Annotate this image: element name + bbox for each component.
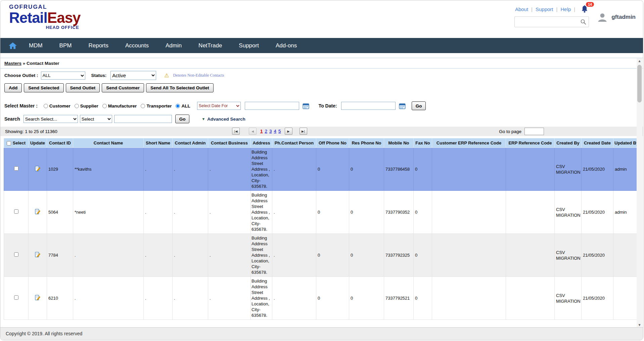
contact-row[interactable]: 1029**kaviths...Building Address Street … <box>4 148 637 191</box>
search-condition-select[interactable]: Select <box>80 115 112 123</box>
radio-supplier[interactable]: Supplier <box>75 103 98 109</box>
select-all-checkbox[interactable] <box>7 141 11 145</box>
calendar-icon[interactable] <box>303 103 309 109</box>
edit-icon[interactable] <box>35 254 41 259</box>
global-search-input[interactable] <box>517 19 580 25</box>
date-go-button[interactable]: Go <box>412 101 426 110</box>
breadcrumb-separator: » <box>23 61 26 66</box>
page-link-5[interactable]: 5 <box>278 129 281 134</box>
pagination: |◀ ◀ 12345 ▶ ▶| <box>232 128 307 135</box>
header-link-about[interactable]: About <box>515 6 528 12</box>
radio-input-customer[interactable] <box>44 104 48 108</box>
cell-customer-erp-reference-code <box>432 148 506 191</box>
col-header-customer-erp-reference-code: Customer ERP Reference Code <box>432 138 506 148</box>
page-title: Contact Master <box>27 61 59 66</box>
row-select-cell <box>4 277 29 320</box>
row-select-checkbox[interactable] <box>14 295 18 300</box>
breadcrumb-parent-link[interactable]: Masters <box>4 61 21 66</box>
row-select-checkbox[interactable] <box>14 166 18 171</box>
radio-transporter[interactable]: Transporter <box>141 103 172 109</box>
vertical-scrollbar[interactable]: ▲ ▼ <box>637 58 642 328</box>
first-page-button[interactable]: |◀ <box>232 128 240 135</box>
select-date-for-select[interactable]: Select Date For <box>197 102 241 110</box>
edit-icon[interactable] <box>35 211 41 216</box>
edit-icon[interactable] <box>35 297 41 302</box>
cell-mobile-no: 7337792521 <box>384 277 414 320</box>
row-select-cell <box>4 148 29 191</box>
goto-page-input[interactable] <box>524 128 544 135</box>
nav-item-accounts[interactable]: Accounts <box>117 38 157 53</box>
notification-bell-icon[interactable]: 14 <box>581 5 589 13</box>
link-separator: | <box>531 6 533 12</box>
goto-page-label: Go to page <box>499 129 521 134</box>
search-go-button[interactable]: Go <box>175 115 190 123</box>
calendar-icon[interactable] <box>399 103 406 109</box>
radio-all[interactable]: ALL <box>176 103 190 109</box>
choose-outlet-select[interactable]: ALL <box>41 72 85 80</box>
cell-contact-id: 1029 <box>47 148 73 191</box>
search-icon[interactable] <box>580 19 586 25</box>
send-all-to-selected-outlet-button[interactable]: Send All To Selected Outlet <box>146 83 214 92</box>
user-menu[interactable]: gftadmin <box>596 11 636 23</box>
send-selected-button[interactable]: Send Selected <box>24 83 63 92</box>
radio-label: ALL <box>181 103 190 109</box>
scroll-up-icon[interactable]: ▲ <box>637 58 642 64</box>
home-icon[interactable] <box>5 38 20 53</box>
status-select[interactable]: Active <box>110 71 156 80</box>
showing-count-label: Showing: 1 to 25 of 11360 <box>5 129 57 134</box>
radio-input-manufacturer[interactable] <box>102 104 107 108</box>
radio-customer[interactable]: Customer <box>44 103 71 109</box>
cell-updated-by <box>613 277 637 320</box>
header-link-support[interactable]: Support <box>536 6 553 12</box>
radio-manufacturer[interactable]: Manufacturer <box>102 103 137 109</box>
header-link-help[interactable]: Help <box>560 6 571 12</box>
row-select-checkbox[interactable] <box>14 209 18 214</box>
send-outlet-button[interactable]: Send Outlet <box>66 83 100 92</box>
cell-mobile-no: 7337786458 <box>384 148 414 191</box>
breadcrumb: Masters » Contact Master <box>0 58 643 69</box>
nav-item-mdm[interactable]: MDM <box>20 38 51 53</box>
search-value-input[interactable] <box>114 115 172 123</box>
app-header: GOFRUGAL RetailEasy HEAD OFFICE About|Su… <box>0 0 643 38</box>
advanced-search-toggle[interactable]: ▼ Advanced Search <box>201 117 245 122</box>
nav-item-reports[interactable]: Reports <box>80 38 117 53</box>
nav-item-admin[interactable]: Admin <box>157 38 190 53</box>
contact-row[interactable]: 5064*neeti...Building Address Street Add… <box>4 191 637 234</box>
send-customer-button[interactable]: Send Customer <box>102 83 144 92</box>
page-link-4[interactable]: 4 <box>274 129 277 134</box>
warning-icon: ⚠ <box>164 73 169 78</box>
edit-icon[interactable] <box>35 168 41 173</box>
page-link-1[interactable]: 1 <box>260 129 263 134</box>
scrollbar-thumb[interactable] <box>637 65 642 102</box>
cell-contact-admin: . <box>173 234 208 277</box>
from-date-input[interactable] <box>245 102 299 110</box>
global-search-box[interactable] <box>514 16 589 27</box>
cell-created-by: CSV MIGRATION <box>555 148 582 191</box>
last-page-button[interactable]: ▶| <box>300 128 307 135</box>
col-header-select: Select <box>4 138 29 148</box>
add-button[interactable]: Add <box>4 83 22 92</box>
previous-page-button[interactable]: ◀ <box>249 128 257 135</box>
page-link-3[interactable]: 3 <box>269 129 272 134</box>
radio-label: Transporter <box>146 103 172 109</box>
to-date-input[interactable] <box>341 102 396 110</box>
to-date-label: To Date: <box>319 103 337 109</box>
contact-row[interactable]: 6210....Building Address Street Address … <box>4 277 637 320</box>
page-link-2[interactable]: 2 <box>265 129 268 134</box>
nav-item-support[interactable]: Support <box>230 38 267 53</box>
nav-item-bpm[interactable]: BPM <box>51 38 80 53</box>
next-page-button[interactable]: ▶ <box>285 128 292 135</box>
cell-off-phone-no: 0 <box>316 234 349 277</box>
search-field-select[interactable]: Search Select... <box>24 115 78 123</box>
nav-item-nettrade[interactable]: NetTrade <box>190 38 230 53</box>
row-select-checkbox[interactable] <box>14 252 18 257</box>
nav-item-add-ons[interactable]: Add-ons <box>267 38 305 53</box>
radio-input-supplier[interactable] <box>75 104 79 108</box>
cell-updated-by <box>613 234 637 277</box>
cell-short-name: . <box>144 148 173 191</box>
radio-input-all[interactable] <box>176 104 180 108</box>
radio-input-transporter[interactable] <box>141 104 145 108</box>
cell-customer-erp-reference-code <box>432 234 506 277</box>
cell-fax-no: 0 <box>414 191 432 234</box>
contact-row[interactable]: 7784....Building Address Street Address … <box>4 234 637 277</box>
